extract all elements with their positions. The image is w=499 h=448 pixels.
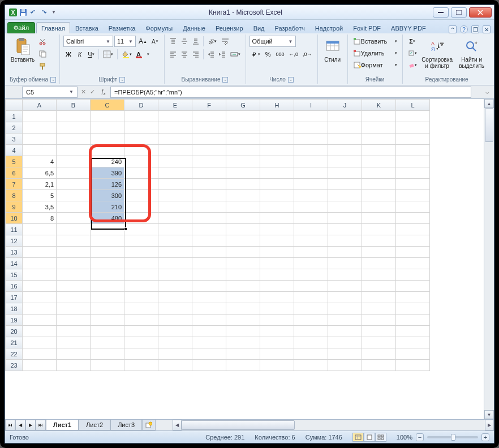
cut-button[interactable] <box>37 36 48 47</box>
cell[interactable] <box>328 167 362 179</box>
cell[interactable] <box>226 201 260 213</box>
column-header[interactable]: B <box>57 100 91 111</box>
cell[interactable] <box>396 258 430 269</box>
cell[interactable] <box>226 337 260 348</box>
column-header[interactable]: C <box>91 100 124 111</box>
align-launcher[interactable]: ⌵ <box>222 77 228 83</box>
cell[interactable] <box>328 315 362 326</box>
cell[interactable] <box>260 122 294 133</box>
doc-close-icon[interactable]: ✕ <box>483 25 491 33</box>
row-header[interactable]: 5 <box>6 156 23 167</box>
cell[interactable] <box>328 111 362 122</box>
cell[interactable] <box>294 337 328 348</box>
cell[interactable] <box>192 247 226 258</box>
save-icon[interactable] <box>19 8 28 17</box>
cell[interactable] <box>192 315 226 326</box>
cell[interactable] <box>260 167 294 179</box>
grow-font-button[interactable]: A▲ <box>137 36 149 47</box>
cell[interactable] <box>158 213 192 224</box>
cell[interactable] <box>158 167 192 179</box>
italic-button[interactable]: К <box>75 49 85 60</box>
tab-abbyy[interactable]: ABBYY PDF <box>386 22 431 33</box>
increase-decimal-button[interactable]: ←,0 <box>287 49 300 60</box>
cell[interactable] <box>260 201 294 213</box>
row-header[interactable]: 13 <box>6 247 23 258</box>
new-sheet-button[interactable] <box>142 420 156 430</box>
cell[interactable] <box>57 337 91 348</box>
close-button[interactable] <box>469 7 492 18</box>
zoom-value[interactable]: 100% <box>397 434 412 441</box>
cell[interactable] <box>158 315 192 326</box>
cell[interactable] <box>57 360 91 371</box>
cell[interactable] <box>294 281 328 292</box>
cell[interactable] <box>91 111 124 122</box>
cell[interactable] <box>362 269 396 281</box>
cell[interactable] <box>226 281 260 292</box>
cell[interactable] <box>124 315 158 326</box>
cell[interactable] <box>328 190 362 201</box>
cell[interactable] <box>260 190 294 201</box>
autosum-button[interactable]: Σ▾ <box>406 36 419 47</box>
name-box[interactable]: C5▼ <box>22 87 78 98</box>
tab-view[interactable]: Вид <box>248 22 270 33</box>
cell[interactable] <box>192 326 226 337</box>
cell[interactable] <box>362 348 396 360</box>
cell[interactable] <box>226 292 260 303</box>
fx-icon[interactable]: fx <box>97 88 110 96</box>
cell[interactable] <box>124 167 158 179</box>
cell[interactable] <box>396 145 430 156</box>
cell[interactable] <box>260 303 294 315</box>
cell[interactable] <box>294 201 328 213</box>
cell[interactable]: 240 <box>91 156 124 167</box>
cell[interactable] <box>192 167 226 179</box>
cell[interactable] <box>260 156 294 167</box>
tab-formulas[interactable]: Формулы <box>140 22 178 33</box>
cell[interactable] <box>396 281 430 292</box>
vscroll-thumb[interactable] <box>485 108 493 142</box>
cell[interactable] <box>260 213 294 224</box>
cell[interactable] <box>362 145 396 156</box>
cell[interactable] <box>328 258 362 269</box>
currency-button[interactable]: ₽▾ <box>250 49 262 60</box>
cell[interactable] <box>362 281 396 292</box>
enter-formula-icon[interactable]: ✓ <box>88 88 97 96</box>
merge-button[interactable]: ▾ <box>229 49 242 60</box>
row-header[interactable]: 20 <box>6 326 23 337</box>
cell[interactable]: 5 <box>23 190 57 201</box>
cell[interactable] <box>23 269 57 281</box>
cell[interactable] <box>226 111 260 122</box>
cell[interactable] <box>158 201 192 213</box>
comma-button[interactable]: 000 <box>274 49 286 60</box>
cell[interactable] <box>396 247 430 258</box>
cell[interactable] <box>158 337 192 348</box>
cell[interactable] <box>23 258 57 269</box>
row-header[interactable]: 11 <box>6 224 23 235</box>
cell[interactable] <box>294 179 328 190</box>
sort-filter-button[interactable]: АЯ Сортировка и фильтр <box>420 36 455 71</box>
column-header[interactable]: L <box>396 100 430 111</box>
column-header[interactable]: D <box>124 100 158 111</box>
cell[interactable] <box>260 360 294 371</box>
cell[interactable] <box>362 179 396 190</box>
cell[interactable] <box>192 213 226 224</box>
cell[interactable] <box>396 167 430 179</box>
tab-nav-first[interactable]: ⏮ <box>5 420 15 430</box>
scroll-right-button[interactable]: ▶ <box>485 420 494 430</box>
cell[interactable] <box>124 224 158 235</box>
qat-dropdown-icon[interactable]: ▼ <box>49 8 58 17</box>
cell[interactable] <box>362 303 396 315</box>
cell[interactable] <box>328 281 362 292</box>
cell[interactable] <box>396 337 430 348</box>
row-header[interactable]: 15 <box>6 269 23 281</box>
cell[interactable] <box>294 167 328 179</box>
cell[interactable] <box>57 156 91 167</box>
cell[interactable] <box>260 145 294 156</box>
cell[interactable] <box>124 281 158 292</box>
cell[interactable] <box>57 258 91 269</box>
cell[interactable] <box>328 292 362 303</box>
copy-button[interactable] <box>37 48 48 59</box>
cell[interactable]: 6,5 <box>23 167 57 179</box>
tab-insert[interactable]: Вставка <box>70 22 104 33</box>
cell[interactable] <box>124 269 158 281</box>
cell[interactable]: 390 <box>91 167 124 179</box>
